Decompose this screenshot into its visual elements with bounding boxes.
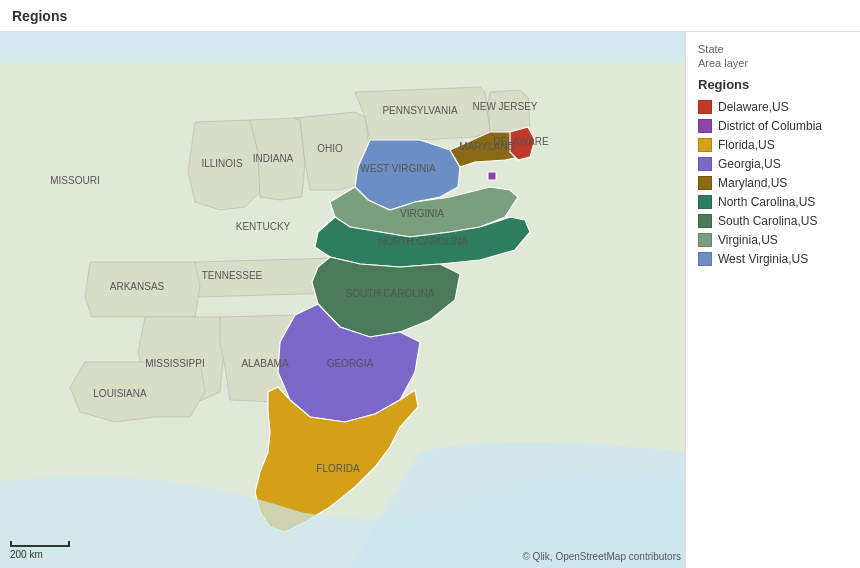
scale-line <box>10 541 70 547</box>
app: Regions <box>0 0 860 568</box>
svg-rect-1 <box>488 172 496 180</box>
main-content: ILLINOIS INDIANA OHIO PENNSYLVANIA NEW J… <box>0 32 860 568</box>
attribution: © Qlik, OpenStreetMap contributors <box>522 551 681 562</box>
legend-title: Regions <box>698 77 848 92</box>
title-bar: Regions <box>0 0 860 32</box>
legend-item: Delaware,US <box>698 100 848 114</box>
legend-swatch <box>698 157 712 171</box>
legend-item: North Carolina,US <box>698 195 848 209</box>
legend-item-label: Virginia,US <box>718 233 778 247</box>
legend-swatch <box>698 195 712 209</box>
legend-items: Delaware,USDistrict of ColumbiaFlorida,U… <box>698 100 848 266</box>
legend-item-label: Florida,US <box>718 138 775 152</box>
legend-swatch <box>698 138 712 152</box>
legend-item-label: Maryland,US <box>718 176 787 190</box>
legend-swatch <box>698 233 712 247</box>
legend-item: District of Columbia <box>698 119 848 133</box>
legend-item-label: Delaware,US <box>718 100 789 114</box>
legend-item: Maryland,US <box>698 176 848 190</box>
legend-item-label: North Carolina,US <box>718 195 815 209</box>
legend-swatch <box>698 176 712 190</box>
legend-item: South Carolina,US <box>698 214 848 228</box>
legend-swatch <box>698 119 712 133</box>
legend-item: Virginia,US <box>698 233 848 247</box>
legend-item: West Virginia,US <box>698 252 848 266</box>
legend-swatch <box>698 252 712 266</box>
legend-swatch <box>698 214 712 228</box>
legend-panel: State Area layer Regions Delaware,USDist… <box>685 32 860 568</box>
scale-label: 200 km <box>10 549 43 560</box>
legend-item-label: South Carolina,US <box>718 214 817 228</box>
legend-swatch <box>698 100 712 114</box>
map-svg: ILLINOIS INDIANA OHIO PENNSYLVANIA NEW J… <box>0 32 685 568</box>
scale-bar: 200 km <box>10 541 70 560</box>
page-title: Regions <box>12 8 67 24</box>
legend-item-label: District of Columbia <box>718 119 822 133</box>
layer-label: State Area layer <box>698 42 848 71</box>
legend-item: Georgia,US <box>698 157 848 171</box>
legend-item: Florida,US <box>698 138 848 152</box>
legend-item-label: West Virginia,US <box>718 252 808 266</box>
legend-item-label: Georgia,US <box>718 157 781 171</box>
map-container[interactable]: ILLINOIS INDIANA OHIO PENNSYLVANIA NEW J… <box>0 32 685 568</box>
